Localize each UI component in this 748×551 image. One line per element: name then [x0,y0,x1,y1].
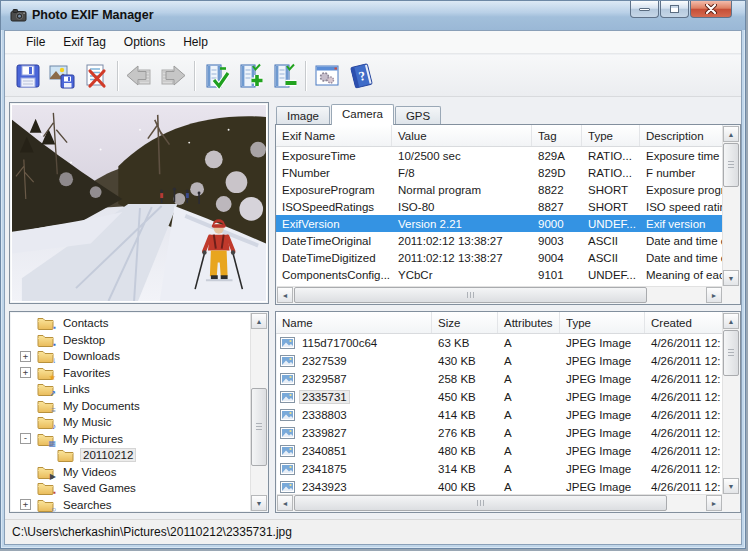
exif-row[interactable]: ExposureTime10/2500 sec 829ARATIO... Exp… [276,147,723,164]
tree-item[interactable]: ▶ My Videos [10,464,250,481]
file-row[interactable]: 2327539 430 KB A JPEG Image 4/26/2011 12… [276,352,723,370]
exif-row[interactable]: DateTimeDigitized2011:02:12 13:38:27 900… [276,249,723,266]
exif-vertical-scrollbar[interactable]: ▲ ▼ [722,126,739,286]
scroll-right-icon[interactable]: ► [706,287,722,303]
scrollbar-thumb[interactable] [723,143,739,187]
tree-item[interactable]: + ○ Searc [10,497,250,514]
tree-item[interactable]: + ↓ Downl [10,348,250,365]
scroll-up-icon[interactable]: ▲ [723,126,739,142]
tree-expander[interactable]: + [20,351,31,362]
tree-item[interactable]: + ★ Favor [10,365,250,382]
previous-image-button[interactable] [122,59,156,93]
file-row[interactable]: 2341875 314 KB A JPEG Image 4/26/2011 12… [276,460,723,478]
tree-item[interactable]: 20110212 [10,447,250,464]
column-header-size[interactable]: Size [432,312,498,333]
folder-tree: ▪ Contacts [9,311,269,513]
column-header-exif-name[interactable]: Exif Name [276,125,392,146]
next-image-button[interactable] [156,59,190,93]
delete-tags-button[interactable] [79,59,113,93]
title-bar[interactable]: Photo EXIF Manager [1,1,745,30]
scroll-left-icon[interactable]: ◄ [277,495,293,511]
add-tag-button[interactable] [233,59,267,93]
exif-tab[interactable]: Camera [331,104,394,125]
exif-table: Exif Name Value Tag Type Description Exp… [275,124,741,305]
column-header-value[interactable]: Value [392,125,532,146]
exif-row[interactable]: ISOSpeedRatingsISO-80 8827SHORT ISO spee… [276,198,723,215]
tree-vertical-scrollbar[interactable]: ▲ ▼ [250,313,267,511]
file-row[interactable]: 2340851 480 KB A JPEG Image 4/26/2011 12… [276,442,723,460]
menu-item[interactable]: Exif Tag [54,32,114,52]
tree-expander[interactable]: - [20,433,31,444]
verify-tags-icon [202,62,230,90]
scroll-down-icon[interactable]: ▼ [723,478,739,494]
column-header-description[interactable]: Description [640,125,723,146]
verify-tags-button[interactable] [199,59,233,93]
maximize-button[interactable] [660,1,689,18]
menu-item[interactable]: Help [174,32,217,52]
save-button[interactable] [11,59,45,93]
tree-item[interactable]: ▪ Desktop [10,332,250,349]
file-row[interactable]: 115d71700c64 63 KB A JPEG Image 4/26/201… [276,334,723,352]
column-header-attributes[interactable]: Attributes [498,312,560,333]
exif-horizontal-scrollbar[interactable]: ◄ ► [277,286,722,303]
tree-item[interactable]: ♪ My Music [10,414,250,431]
tree-expander[interactable]: + [20,499,31,510]
exif-row[interactable]: DateTimeOriginal2011:02:12 13:38:27 9003… [276,232,723,249]
scroll-right-icon[interactable]: ► [706,495,722,511]
exif-tab[interactable]: Image [276,106,330,125]
close-button[interactable] [690,1,732,18]
column-header-name[interactable]: Name [276,312,432,333]
tree-rows: ▪ Contacts [10,315,250,513]
status-path: C:\Users\cherkashin\Pictures\20110212\23… [12,525,292,539]
help-icon: ? [346,62,376,90]
file-row[interactable]: 2329587 258 KB A JPEG Image 4/26/2011 12… [276,370,723,388]
tree-item[interactable]: ≡ My Documents [10,398,250,415]
scrollbar-thumb[interactable] [294,495,667,511]
menu-item[interactable]: Options [115,32,174,52]
exif-row[interactable]: FNumberF/8 829DRATIO... F number [276,164,723,181]
folder-overlay-icon: ↓ [52,357,56,365]
menu-item[interactable]: File [17,32,54,52]
tree-item[interactable]: ▪ Contacts [10,315,250,332]
exif-row[interactable]: ExifVersionVersion 2.21 9000UNDEF... Exi… [276,215,723,232]
next-image-icon [158,62,188,90]
column-header-type[interactable]: Type [582,125,640,146]
file-row[interactable]: 2338803 414 KB A JPEG Image 4/26/2011 12… [276,406,723,424]
file-name: 115d71700c64 [299,336,380,350]
scroll-left-icon[interactable]: ◄ [277,287,293,303]
help-button[interactable]: ? [344,59,378,93]
scrollbar-thumb[interactable] [294,287,647,303]
scroll-down-icon[interactable]: ▼ [251,495,267,511]
column-header-created[interactable]: Created [645,312,723,333]
file-row[interactable]: 2335731 450 KB A JPEG Image 4/26/2011 12… [276,388,723,406]
file-row[interactable]: 2339827 276 KB A JPEG Image 4/26/2011 12… [276,424,723,442]
files-horizontal-scrollbar[interactable]: ◄ ► [277,494,722,511]
scroll-down-icon[interactable]: ▼ [723,270,739,286]
toolbar: ? [5,55,741,97]
tree-item[interactable]: ↗ Links [10,381,250,398]
scrollbar-thumb[interactable] [723,330,739,376]
exif-row[interactable]: ComponentsConfig...YCbCr 9101UNDEF... Me… [276,266,723,283]
exif-tab[interactable]: GPS [395,106,441,125]
tree-item[interactable]: ▪ Saved Games [10,480,250,497]
tree-item[interactable]: - ▦ My Pi [10,431,250,448]
exif-row[interactable]: ExposureProgramNormal program 8822SHORT … [276,181,723,198]
image-file-icon [280,355,295,367]
folder-overlay-icon: ↗ [49,390,56,398]
file-name: 2329587 [299,372,350,386]
options-button[interactable] [310,59,344,93]
tree-expander[interactable]: + [20,367,31,378]
remove-tag-button[interactable] [267,59,301,93]
save-image-button[interactable] [45,59,79,93]
tree-item-label: Downloads [60,349,123,363]
file-name: 2335731 [299,390,350,404]
tree-item-label: My Videos [60,465,119,479]
files-vertical-scrollbar[interactable]: ▲ ▼ [722,313,739,494]
scroll-up-icon[interactable]: ▲ [251,313,267,329]
scrollbar-thumb[interactable] [251,388,267,466]
scroll-up-icon[interactable]: ▲ [723,313,739,329]
column-header-type[interactable]: Type [560,312,645,333]
folder-overlay-icon: ▪ [53,324,56,332]
minimize-button[interactable] [630,1,659,18]
column-header-tag[interactable]: Tag [532,125,582,146]
